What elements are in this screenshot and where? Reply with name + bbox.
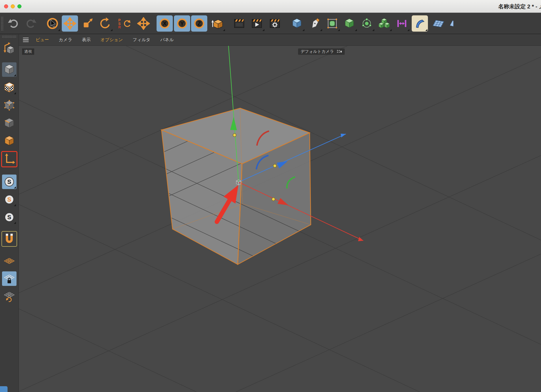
points-mode-button[interactable] — [2, 98, 17, 113]
window-title: 名称未設定 2 * - メ — [498, 3, 541, 10]
projection-label[interactable]: 透視 — [22, 48, 35, 55]
render-picture-viewer-button[interactable] — [249, 15, 265, 32]
array-object-button[interactable] — [359, 15, 375, 32]
corner-panel-chip[interactable] — [0, 386, 8, 392]
render-picture-viewer-icon — [250, 17, 263, 30]
clipped-toolbar-button[interactable] — [449, 15, 453, 32]
render-settings-button[interactable] — [267, 15, 283, 32]
psr-icon: P S R — [117, 18, 133, 29]
last-tool-move-button[interactable] — [135, 15, 152, 32]
scale-tool-button[interactable] — [79, 15, 96, 32]
z-scale-handle[interactable] — [273, 164, 277, 168]
clipped-icon — [449, 17, 453, 30]
menu-panel[interactable]: パネル — [160, 37, 174, 43]
minimize-button[interactable] — [11, 4, 15, 8]
spline-pen-button[interactable] — [306, 15, 323, 32]
live-selection-icon — [46, 17, 59, 30]
subdivision-surface-button[interactable] — [324, 15, 340, 32]
rotate-tool-button[interactable] — [97, 15, 113, 32]
snap-setting-1-button[interactable]: S — [2, 175, 17, 189]
volume-cubes-button[interactable] — [376, 15, 392, 32]
close-button[interactable] — [4, 4, 8, 8]
x-scale-handle[interactable] — [272, 198, 275, 201]
cube-primitive-icon — [291, 17, 303, 30]
mode-sidebar: S S S — [0, 34, 19, 392]
bend-deformer-button[interactable] — [412, 15, 428, 32]
menu-filter[interactable]: フィルタ — [133, 37, 150, 43]
render-view-button[interactable] — [231, 15, 247, 32]
workplane-grid-icon — [3, 254, 16, 268]
subdivision-surface-icon — [326, 17, 339, 30]
array-icon — [360, 17, 373, 30]
hamburger-menu-icon[interactable] — [23, 38, 30, 42]
svg-text:S: S — [7, 179, 11, 185]
polygons-mode-button[interactable] — [2, 134, 17, 148]
workplane-lock-icon — [3, 272, 16, 285]
redo-button[interactable] — [23, 15, 39, 32]
rotate-icon — [99, 17, 111, 30]
menu-options[interactable]: オプション — [101, 37, 123, 43]
workplane-icon — [432, 17, 445, 30]
main-toolbar: P S R X — [0, 13, 541, 34]
viewport-canvas[interactable]: 透視 デフォルトカメラ — [19, 46, 541, 392]
menu-view[interactable]: ビュー — [36, 37, 49, 43]
generator-cube-icon — [343, 17, 356, 30]
workplane-grid-button[interactable] — [2, 254, 17, 268]
svg-text:Z: Z — [197, 20, 201, 27]
cube-object[interactable] — [19, 46, 541, 392]
generator-cube-button[interactable] — [341, 15, 357, 32]
move-tool-button[interactable] — [62, 15, 78, 32]
scale-icon — [81, 17, 94, 30]
make-editable-button[interactable] — [2, 41, 17, 56]
edges-mode-button[interactable] — [2, 116, 17, 130]
volume-cubes-icon — [378, 17, 391, 30]
symmetry-button[interactable] — [394, 15, 410, 32]
toolbar-drag-handle[interactable] — [1, 17, 3, 30]
make-editable-icon — [3, 42, 16, 55]
zoom-button[interactable] — [17, 4, 21, 8]
move-icon — [63, 17, 76, 30]
model-mode-button[interactable] — [2, 62, 17, 77]
model-mode-icon — [3, 63, 16, 76]
menu-camera[interactable]: カメラ — [59, 37, 72, 43]
lock-z-axis-button[interactable]: Z — [191, 15, 207, 32]
menu-display[interactable]: 表示 — [82, 37, 91, 43]
x-axis-icon: X — [158, 17, 171, 30]
polygons-mode-icon — [3, 134, 16, 148]
svg-text:R: R — [118, 25, 121, 29]
add-cube-primitive-button[interactable] — [289, 15, 305, 32]
sidebar-drag-handle[interactable] — [2, 35, 17, 38]
lock-y-axis-button[interactable]: Y — [174, 15, 190, 32]
viewport-menubar: ビュー カメラ 表示 オプション フィルタ パネル — [19, 34, 541, 46]
workplane-rotate-button[interactable] — [2, 289, 17, 304]
workplane-toolbar-button[interactable] — [430, 15, 446, 32]
bend-deformer-icon — [413, 17, 426, 30]
edges-mode-icon — [3, 117, 16, 130]
texture-mode-icon — [3, 81, 16, 94]
psr-record-button[interactable]: P S R — [115, 15, 134, 32]
workplane-lock-button[interactable] — [2, 271, 17, 286]
render-view-icon — [233, 17, 246, 30]
y-axis-icon: Y — [176, 17, 188, 30]
snap-setting-2-button[interactable]: S — [2, 192, 17, 207]
coordinate-system-icon — [211, 17, 224, 30]
titlebar: 名称未設定 2 * - メ — [0, 0, 541, 13]
scene-3d — [19, 46, 541, 392]
snap-magnet-button[interactable] — [1, 231, 17, 247]
undo-button[interactable] — [5, 15, 21, 32]
move-icon — [137, 17, 150, 30]
texture-mode-button[interactable] — [2, 80, 17, 95]
points-mode-icon — [3, 99, 16, 112]
y-scale-handle[interactable] — [233, 134, 236, 137]
snap-2-icon: S — [3, 193, 16, 206]
camera-label[interactable]: デフォルトカメラ — [298, 48, 345, 55]
magnet-icon — [3, 232, 16, 246]
coordinate-system-button[interactable] — [209, 15, 226, 32]
camera-label-text: デフォルトカメラ — [301, 49, 334, 54]
live-selection-button[interactable] — [44, 15, 61, 32]
lock-x-axis-button[interactable]: X — [157, 15, 173, 32]
axis-mode-icon — [3, 153, 16, 166]
snap-setting-3-button[interactable]: S — [2, 210, 17, 224]
snap-3-icon: S — [3, 210, 16, 224]
enable-axis-mode-button[interactable] — [1, 151, 17, 167]
